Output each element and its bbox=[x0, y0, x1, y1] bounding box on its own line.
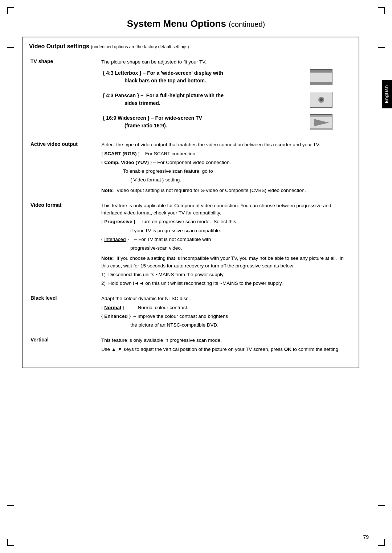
side-mark-right-top bbox=[378, 47, 385, 48]
label-black-level: Black level bbox=[29, 293, 100, 335]
corner-mark-bl bbox=[7, 539, 14, 546]
corner-mark-br bbox=[378, 539, 385, 546]
page-number: 79 bbox=[363, 534, 369, 540]
table-row-active-video: Active video output Select the type of v… bbox=[29, 139, 352, 200]
language-tab: English bbox=[382, 80, 392, 108]
side-mark-right-bottom bbox=[378, 505, 385, 506]
corner-mark-tl bbox=[7, 7, 14, 14]
content-box: Video Output settings (underlined option… bbox=[22, 37, 359, 368]
settings-table: TV shape The picture shape can be adjust… bbox=[29, 56, 352, 359]
page: English System Menu Options (continued) … bbox=[0, 0, 392, 553]
content-vertical: This feature is only available in progre… bbox=[100, 335, 352, 359]
page-title: System Menu Options (continued) bbox=[22, 15, 370, 29]
label-vertical: Vertical bbox=[29, 335, 100, 359]
content-active-video: Select the type of video output that mat… bbox=[100, 139, 352, 200]
corner-mark-tr bbox=[378, 7, 385, 14]
side-mark-left-top bbox=[7, 47, 14, 48]
table-row-black-level: Black level Adapt the colour dynamic for… bbox=[29, 293, 352, 335]
label-tv-shape: TV shape bbox=[29, 56, 100, 139]
content-video-format: This feature is only applicable for Comp… bbox=[100, 200, 352, 293]
table-row-video-format: Video format This feature is only applic… bbox=[29, 200, 352, 293]
content-tv-shape: The picture shape can be adjusted to fit… bbox=[100, 56, 352, 139]
svg-point-2 bbox=[320, 98, 323, 101]
section-header-title: Video Output settings bbox=[29, 43, 89, 49]
label-active-video: Active video output bbox=[29, 139, 100, 200]
side-mark-left-bottom bbox=[7, 505, 14, 506]
table-row-vertical: Vertical This feature is only available … bbox=[29, 335, 352, 359]
label-video-format: Video format bbox=[29, 200, 100, 293]
content-black-level: Adapt the colour dynamic for NTSC disc. … bbox=[100, 293, 352, 335]
letterbox-image bbox=[310, 69, 332, 85]
title-continued: (continued) bbox=[229, 20, 265, 28]
section-header-subtitle: (underlined options are the factory defa… bbox=[91, 44, 189, 49]
title-main: System Menu Options bbox=[127, 18, 226, 29]
widescreen-image bbox=[310, 114, 332, 130]
panscan-image bbox=[310, 92, 332, 108]
section-header: Video Output settings (underlined option… bbox=[29, 43, 352, 50]
table-row-tv-shape: TV shape The picture shape can be adjust… bbox=[29, 56, 352, 139]
